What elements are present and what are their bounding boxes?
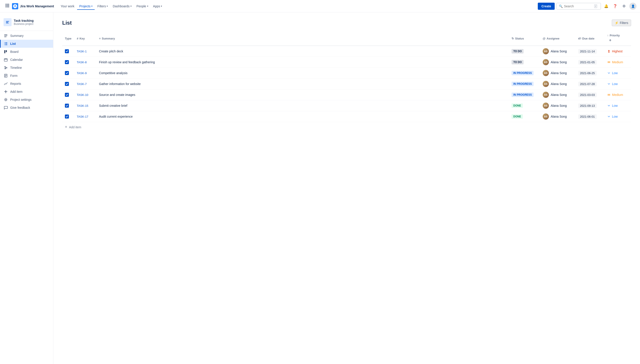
task-assignee-cell: AS Alana Song [540, 90, 576, 100]
task-key-cell: TASK-10 [74, 90, 96, 100]
task-key-cell: TASK-9 [74, 68, 96, 78]
task-type-cell [62, 68, 74, 78]
assignee-cell: AS Alana Song [543, 114, 573, 120]
table-row[interactable]: TASK-10 Source and create images IN PROG… [62, 90, 631, 100]
task-key[interactable]: TASK-9 [77, 72, 87, 75]
sidebar-item-summary[interactable]: Summary [0, 32, 53, 40]
main-nav: Your work Projects ▾ Filters ▾ Dashboard… [59, 3, 164, 10]
sidebar-item-board[interactable]: Board [0, 48, 53, 56]
priority-icon: ↑ [607, 34, 609, 37]
status-badge[interactable]: IN PROGRESS [512, 82, 534, 86]
table-row[interactable]: TASK-15 Submit creative brief DONE AS Al… [62, 100, 631, 111]
project-type: Business project [14, 22, 34, 26]
task-duedate-cell: 2021-09-13 [576, 100, 604, 111]
filters-button[interactable]: ⚡ Filters [612, 20, 631, 26]
settings-button[interactable]: ⚙ [620, 3, 627, 10]
app-logo[interactable]: Jira Work Management [12, 3, 54, 9]
svg-rect-6 [6, 6, 7, 7]
table-row[interactable]: TASK-17 Audit current experience DONE AS… [62, 111, 631, 122]
search-input[interactable] [564, 4, 593, 8]
task-key[interactable]: TASK-1 [77, 50, 87, 53]
sidebar-item-give-feedback[interactable]: Give feedback [0, 104, 53, 112]
priority-label: Highest [612, 50, 622, 53]
svg-rect-34 [5, 76, 6, 77]
task-checkbox[interactable] [65, 49, 69, 53]
nav-filters[interactable]: Filters ▾ [95, 3, 110, 10]
create-button[interactable]: Create [538, 3, 555, 10]
sidebar-item-reports[interactable]: Reports [0, 80, 53, 88]
sidebar-item-label: Reports [10, 82, 21, 86]
svg-rect-36 [4, 92, 7, 92]
nav-people[interactable]: People ▾ [134, 3, 150, 10]
chevron-down-icon: ▾ [107, 5, 108, 7]
nav-your-work-label: Your work [61, 4, 74, 8]
nav-projects[interactable]: Projects ▾ [77, 3, 95, 10]
task-checkbox[interactable] [65, 71, 69, 75]
task-summary: Finish up review and feedback gathering [99, 60, 155, 64]
task-key[interactable]: TASK-15 [77, 104, 88, 108]
user-avatar[interactable]: 👤 [629, 3, 636, 10]
task-key[interactable]: TASK-17 [77, 115, 88, 118]
grid-icon[interactable] [4, 2, 11, 10]
priority-cell: Low [607, 114, 628, 119]
project-info: Task tracking Business project [14, 19, 34, 26]
status-badge[interactable]: DONE [512, 114, 523, 119]
task-key[interactable]: TASK-8 [77, 60, 87, 64]
task-checkbox[interactable] [65, 114, 69, 118]
sidebar-item-calendar[interactable]: Calendar [0, 56, 53, 64]
col-assignee: @ Assignee [540, 32, 576, 46]
task-key[interactable]: TASK-10 [77, 93, 88, 96]
search-box[interactable]: 🔍 / [556, 3, 601, 10]
svg-rect-11 [6, 22, 8, 22]
assignee-name: Alana Song [551, 93, 567, 96]
table-row[interactable]: TASK-7 Gather information for website IN… [62, 78, 631, 90]
assignee-name: Alana Song [551, 82, 567, 86]
table-row[interactable]: TASK-8 Finish up review and feedback gat… [62, 57, 631, 68]
task-duedate-cell: 2021-03-03 [576, 90, 604, 100]
col-summary: ≡ Summary [96, 32, 509, 46]
svg-rect-33 [5, 76, 7, 76]
nav-your-work[interactable]: Your work [59, 3, 77, 10]
nav-apps[interactable]: Apps ▾ [151, 3, 164, 10]
assignee-name: Alana Song [551, 115, 567, 118]
task-checkbox[interactable] [65, 93, 69, 97]
table-row[interactable]: TASK-1 Create pitch deck TO DO AS Alana … [62, 46, 631, 57]
task-checkbox[interactable] [65, 82, 69, 86]
task-key[interactable]: TASK-7 [77, 82, 87, 86]
col-type: Type [62, 32, 74, 46]
sidebar-nav: Summary List Board Calendar Timeline For… [0, 32, 53, 112]
add-column-button[interactable]: + [607, 37, 613, 43]
svg-rect-1 [7, 4, 8, 5]
sidebar-item-timeline[interactable]: Timeline [0, 64, 53, 72]
add-item-row[interactable]: + Add item [62, 122, 631, 132]
svg-rect-8 [8, 6, 9, 7]
table-row[interactable]: TASK-9 Competitive analysis IN PROGRESS … [62, 68, 631, 78]
avatar-image: AS [543, 81, 549, 87]
task-summary-cell: Finish up review and feedback gathering [96, 57, 509, 68]
help-button[interactable]: ❓ [611, 3, 619, 10]
priority-icon [607, 104, 611, 108]
nav-dashboards[interactable]: Dashboards ▾ [110, 3, 134, 10]
status-badge[interactable]: TO DO [512, 49, 524, 54]
key-header: # Key [77, 37, 85, 40]
sidebar-item-label: Calendar [10, 58, 23, 62]
sidebar-item-list[interactable]: List [0, 40, 53, 48]
sidebar-item-add-item[interactable]: Add item [0, 88, 53, 96]
svg-rect-28 [4, 66, 6, 67]
sidebar-item-form[interactable]: Form [0, 72, 53, 80]
chevron-down-icon: ▾ [130, 5, 132, 7]
task-checkbox[interactable] [65, 60, 69, 64]
status-badge[interactable]: IN PROGRESS [512, 71, 534, 75]
notifications-button[interactable]: 🔔 [603, 3, 610, 10]
svg-rect-14 [4, 36, 7, 36]
svg-rect-23 [6, 50, 7, 52]
svg-rect-22 [4, 50, 5, 53]
status-badge[interactable]: TO DO [512, 60, 524, 64]
sidebar-item-project-settings[interactable]: Project settings [0, 96, 53, 104]
task-checkbox[interactable] [65, 104, 69, 108]
assignee-cell: AS Alana Song [543, 92, 573, 98]
status-badge[interactable]: IN PROGRESS [512, 92, 534, 97]
avatar-image: AS [543, 59, 549, 65]
task-status-cell: DONE [509, 100, 540, 111]
status-badge[interactable]: DONE [512, 104, 523, 108]
